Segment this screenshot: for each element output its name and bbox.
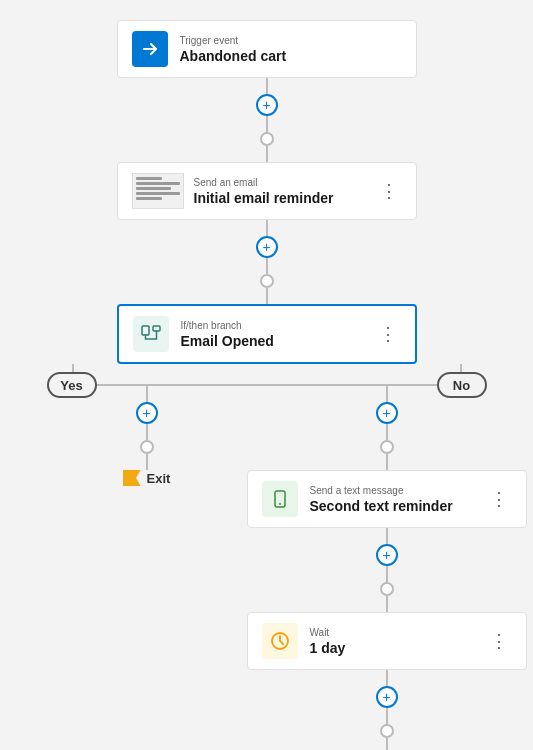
email-thumbnail [132, 173, 184, 209]
yes-add-btn[interactable]: + [136, 402, 158, 424]
branches-container: + Exit + [47, 386, 487, 750]
branch-label: If/then branch [181, 320, 375, 331]
yes-exit-flag [123, 470, 141, 486]
no-add-btn-2[interactable]: + [376, 544, 398, 566]
yes-circle [140, 440, 154, 454]
yes-exit-label: Exit [147, 471, 171, 486]
text-menu[interactable]: ⋮ [486, 486, 512, 512]
no-branch: + Send a text message Second text remind… [287, 386, 487, 750]
wait-menu[interactable]: ⋮ [486, 628, 512, 654]
yes-label: Yes [47, 372, 97, 398]
wait-icon [262, 623, 298, 659]
add-step-btn-2[interactable]: + [256, 236, 278, 258]
no-circle-1 [380, 440, 394, 454]
text-label: Send a text message [310, 485, 486, 496]
no-add-btn-3[interactable]: + [376, 686, 398, 708]
no-circle-3 [380, 724, 394, 738]
branch-title: Email Opened [181, 333, 375, 349]
no-label: No [437, 372, 487, 398]
yes-exit-node: Exit [123, 470, 171, 486]
trigger-icon [132, 31, 168, 67]
svg-point-3 [279, 503, 281, 505]
send-email-title: Initial email reminder [194, 190, 376, 206]
send-email-label: Send an email [194, 177, 376, 188]
branch-card[interactable]: If/then branch Email Opened ⋮ [117, 304, 417, 364]
node-circle-1 [260, 132, 274, 146]
no-circle-2 [380, 582, 394, 596]
trigger-label: Trigger event [180, 35, 402, 46]
wait-label: Wait [310, 627, 486, 638]
branch-connector-row: Yes No [47, 364, 487, 386]
trigger-title: Abandoned cart [180, 48, 402, 64]
send-email-card[interactable]: Send an email Initial email reminder ⋮ [117, 162, 417, 220]
node-circle-2 [260, 274, 274, 288]
text-message-card[interactable]: Send a text message Second text reminder… [247, 470, 527, 528]
yes-branch: + Exit [47, 386, 247, 486]
connector-2: + [256, 220, 278, 304]
text-title: Second text reminder [310, 498, 486, 514]
branch-menu[interactable]: ⋮ [375, 321, 401, 347]
flow-canvas: Trigger event Abandoned cart + Send an e… [0, 0, 533, 750]
wait-card[interactable]: Wait 1 day ⋮ [247, 612, 527, 670]
add-step-btn-1[interactable]: + [256, 94, 278, 116]
wait-title: 1 day [310, 640, 486, 656]
no-add-btn[interactable]: + [376, 402, 398, 424]
send-email-menu[interactable]: ⋮ [376, 178, 402, 204]
branch-icon [133, 316, 169, 352]
connector-1: + [256, 78, 278, 162]
svg-rect-0 [142, 326, 149, 335]
text-icon [262, 481, 298, 517]
trigger-card[interactable]: Trigger event Abandoned cart [117, 20, 417, 78]
